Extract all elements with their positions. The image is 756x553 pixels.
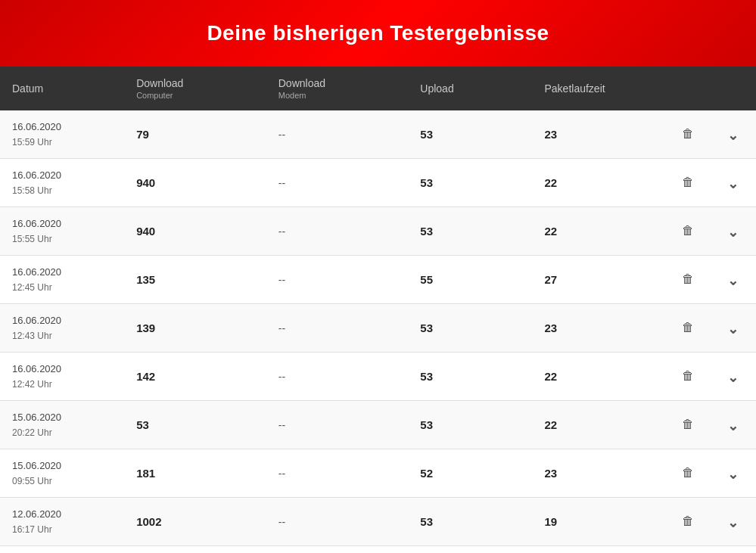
cell-expand[interactable]: ⌄ xyxy=(710,110,756,159)
table-row: 12.06.2020 16:17 Uhr 1002 -- 53 19 🗑 ⌄ xyxy=(0,498,756,546)
cell-dl-modem: -- xyxy=(266,449,409,498)
cell-date: 16.06.2020 12:42 Uhr xyxy=(0,353,124,401)
chevron-down-icon[interactable]: ⌄ xyxy=(725,369,740,384)
cell-dl-computer: 142 xyxy=(124,353,266,401)
delete-icon[interactable]: 🗑 xyxy=(681,369,695,384)
cell-dl-modem: -- xyxy=(266,207,409,256)
cell-dl-computer: 181 xyxy=(124,449,266,498)
cell-latency: 23 xyxy=(532,304,665,353)
cell-date: 16.06.2020 12:43 Uhr xyxy=(0,304,124,353)
delete-icon[interactable]: 🗑 xyxy=(681,127,695,142)
table-row: 16.06.2020 12:42 Uhr 142 -- 53 22 🗑 ⌄ xyxy=(0,353,756,401)
table-body: 16.06.2020 15:59 Uhr 79 -- 53 23 🗑 ⌄ 16.… xyxy=(0,110,756,553)
cell-expand[interactable]: ⌄ xyxy=(710,401,756,449)
results-table-container: Datum Download Computer Download Modem U… xyxy=(0,67,756,553)
cell-delete[interactable]: 🗑 xyxy=(665,498,710,546)
cell-delete[interactable]: 🗑 xyxy=(665,207,710,256)
cell-date: 16.06.2020 12:45 Uhr xyxy=(0,256,124,304)
cell-date: 12.06.2020 16:17 Uhr xyxy=(0,498,124,546)
chevron-down-icon[interactable]: ⌄ xyxy=(725,466,740,481)
delete-icon[interactable]: 🗑 xyxy=(681,514,695,530)
cell-expand[interactable]: ⌄ xyxy=(710,498,756,546)
cell-upload: 53 xyxy=(408,546,532,554)
cell-delete[interactable]: 🗑 xyxy=(665,401,710,449)
delete-icon[interactable]: 🗑 xyxy=(681,272,695,287)
cell-delete[interactable]: 🗑 xyxy=(665,110,710,159)
cell-expand[interactable]: ⌄ xyxy=(710,304,756,353)
header-row: Datum Download Computer Download Modem U… xyxy=(0,67,756,110)
col-header-datum: Datum xyxy=(0,67,124,110)
delete-icon[interactable]: 🗑 xyxy=(681,466,695,481)
results-table: Datum Download Computer Download Modem U… xyxy=(0,67,756,553)
delete-icon[interactable]: 🗑 xyxy=(681,321,695,336)
cell-expand[interactable]: ⌄ xyxy=(710,353,756,401)
cell-expand[interactable]: ⌄ xyxy=(710,546,756,554)
chevron-down-icon[interactable]: ⌄ xyxy=(725,418,740,433)
cell-dl-computer: 940 xyxy=(124,159,266,207)
delete-icon[interactable]: 🗑 xyxy=(681,176,695,191)
chevron-down-icon[interactable]: ⌄ xyxy=(725,127,740,142)
cell-latency: 22 xyxy=(532,207,665,256)
table-row: 15.06.2020 20:22 Uhr 53 -- 53 22 🗑 ⌄ xyxy=(0,401,756,449)
col-header-dl-computer: Download Computer xyxy=(124,67,266,110)
chevron-down-icon[interactable]: ⌄ xyxy=(725,224,740,239)
table-row: 12.06.2020 16:15 Uhr 940 -- 53 21 🗑 ⌄ xyxy=(0,546,756,554)
table-row: 16.06.2020 15:55 Uhr 940 -- 53 22 🗑 ⌄ xyxy=(0,207,756,256)
cell-upload: 53 xyxy=(408,353,532,401)
cell-expand[interactable]: ⌄ xyxy=(710,256,756,304)
delete-icon[interactable]: 🗑 xyxy=(681,418,695,433)
cell-date: 15.06.2020 09:55 Uhr xyxy=(0,449,124,498)
page-title: Deine bisherigen Testergebnisse xyxy=(15,21,741,45)
chevron-down-icon[interactable]: ⌄ xyxy=(725,321,740,336)
cell-dl-modem: -- xyxy=(266,256,409,304)
cell-delete[interactable]: 🗑 xyxy=(665,353,710,401)
cell-latency: 23 xyxy=(532,449,665,498)
cell-date: 16.06.2020 15:55 Uhr xyxy=(0,207,124,256)
cell-upload: 53 xyxy=(408,110,532,159)
cell-delete[interactable]: 🗑 xyxy=(665,449,710,498)
cell-dl-modem: -- xyxy=(266,159,409,207)
cell-dl-computer: 139 xyxy=(124,304,266,353)
cell-latency: 27 xyxy=(532,256,665,304)
table-row: 16.06.2020 15:58 Uhr 940 -- 53 22 🗑 ⌄ xyxy=(0,159,756,207)
cell-upload: 53 xyxy=(408,304,532,353)
cell-dl-modem: -- xyxy=(266,546,409,554)
cell-latency: 22 xyxy=(532,353,665,401)
chevron-down-icon[interactable]: ⌄ xyxy=(725,176,740,191)
cell-delete[interactable]: 🗑 xyxy=(665,159,710,207)
col-header-upload: Upload xyxy=(408,67,532,110)
cell-upload: 53 xyxy=(408,159,532,207)
col-header-delete xyxy=(665,67,710,110)
cell-date: 16.06.2020 15:58 Uhr xyxy=(0,159,124,207)
cell-delete[interactable]: 🗑 xyxy=(665,256,710,304)
cell-delete[interactable]: 🗑 xyxy=(665,304,710,353)
cell-expand[interactable]: ⌄ xyxy=(710,449,756,498)
cell-expand[interactable]: ⌄ xyxy=(710,159,756,207)
col-header-paketlaufzeit: Paketlaufzeit xyxy=(532,67,665,110)
cell-latency: 19 xyxy=(532,498,665,546)
chevron-down-icon[interactable]: ⌄ xyxy=(725,514,740,530)
col-header-dl-modem: Download Modem xyxy=(266,67,409,110)
table-row: 16.06.2020 12:43 Uhr 139 -- 53 23 🗑 ⌄ xyxy=(0,304,756,353)
cell-expand[interactable]: ⌄ xyxy=(710,207,756,256)
cell-latency: 21 xyxy=(532,546,665,554)
cell-dl-computer: 79 xyxy=(124,110,266,159)
cell-latency: 23 xyxy=(532,110,665,159)
cell-dl-modem: -- xyxy=(266,401,409,449)
cell-dl-modem: -- xyxy=(266,110,409,159)
delete-icon[interactable]: 🗑 xyxy=(681,224,695,239)
cell-dl-computer: 135 xyxy=(124,256,266,304)
col-header-expand xyxy=(710,67,756,110)
cell-latency: 22 xyxy=(532,159,665,207)
cell-date: 15.06.2020 20:22 Uhr xyxy=(0,401,124,449)
cell-upload: 53 xyxy=(408,498,532,546)
chevron-down-icon[interactable]: ⌄ xyxy=(725,272,740,287)
cell-dl-computer: 1002 xyxy=(124,498,266,546)
cell-date: 16.06.2020 15:59 Uhr xyxy=(0,110,124,159)
cell-upload: 55 xyxy=(408,256,532,304)
cell-dl-computer: 940 xyxy=(124,546,266,554)
cell-dl-modem: -- xyxy=(266,498,409,546)
cell-delete[interactable]: 🗑 xyxy=(665,546,710,554)
cell-upload: 53 xyxy=(408,401,532,449)
table-header: Datum Download Computer Download Modem U… xyxy=(0,67,756,110)
